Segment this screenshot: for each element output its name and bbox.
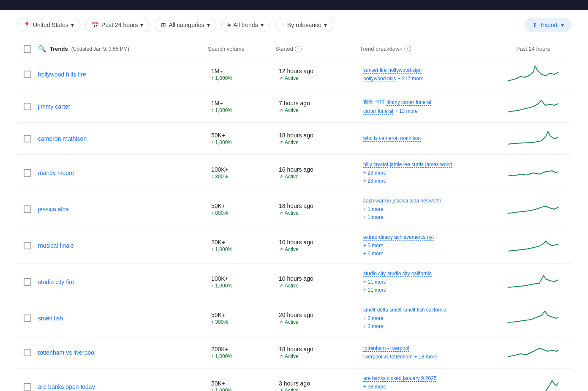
sort-icon: ≡: [281, 22, 285, 28]
active-arrow-icon: ↗: [279, 174, 283, 180]
time-filter[interactable]: 📅 Past 24 hours ▾: [85, 18, 150, 32]
started-cell: 12 hours ago↗ Active: [275, 61, 360, 88]
row-checkbox[interactable]: [24, 314, 31, 322]
more-link[interactable]: + 38 more: [363, 384, 386, 390]
active-status: Active: [285, 388, 299, 391]
chevron-down-icon: ▾: [207, 22, 210, 28]
trend-name[interactable]: jimmy carter: [38, 96, 208, 117]
breakdown-tag[interactable]: smelt fish california: [403, 307, 446, 313]
row-checkbox[interactable]: [24, 71, 31, 78]
chevron-down-icon: ▾: [71, 22, 74, 28]
more-link[interactable]: + 217 more: [397, 76, 423, 82]
select-all-checkbox[interactable]: [24, 45, 31, 53]
breakdown-tag[interactable]: jamie lee curtis: [390, 161, 424, 168]
active-arrow-icon: ↗: [279, 319, 283, 325]
trend-name[interactable]: musical finale: [38, 235, 208, 256]
trend-name[interactable]: are banks open today: [38, 377, 208, 391]
breakdown-tag[interactable]: delta smelt: [377, 307, 402, 313]
more-link[interactable]: + 28 more: [363, 170, 386, 176]
started-cell: 7 hours ago↗ Active: [275, 93, 360, 120]
sparkline-chart: [506, 308, 561, 329]
breakdown-tag[interactable]: james wood: [425, 161, 452, 168]
row-checkbox[interactable]: [24, 242, 31, 249]
chevron-down-icon: ▾: [140, 22, 143, 28]
volume-main: 50K+: [211, 202, 272, 209]
breakdown-cell: are banks closed january 9 2025+ 38 more…: [360, 369, 495, 391]
breakdown-tag[interactable]: sunset fire: [363, 67, 387, 74]
row-checkbox[interactable]: [24, 169, 31, 177]
row-checkbox[interactable]: [24, 383, 31, 391]
more-link[interactable]: + 18 more: [414, 354, 437, 360]
sort-filter[interactable]: ≡ By relevance ▾: [275, 18, 333, 32]
row-checkbox[interactable]: [24, 205, 31, 213]
more-link[interactable]: + 3 more: [363, 315, 384, 321]
breakdown-tag[interactable]: carter funeral: [363, 108, 393, 115]
volume-change: ↑ 1,000%: [211, 283, 272, 289]
row-checkbox[interactable]: [24, 135, 31, 142]
more-link[interactable]: + 28 more: [363, 178, 386, 184]
categories-filter[interactable]: ⊞ All categories ▾: [155, 18, 216, 32]
location-filter[interactable]: 📍 United States ▾: [17, 18, 80, 32]
more-link[interactable]: + 1 more: [363, 206, 384, 212]
more-link[interactable]: + 5 more: [363, 243, 384, 249]
trend-name[interactable]: jessica alba: [38, 199, 208, 219]
export-button[interactable]: ⬆ Export ▾: [525, 18, 571, 32]
breakdown-tag[interactable]: liverpool vs tottenham: [363, 354, 413, 360]
breakdown-tag[interactable]: hollywood hills: [363, 76, 396, 82]
breakdown-tags: who is cameron mathison: [363, 135, 492, 142]
breakdown-tag[interactable]: extraordinary achievements nyt: [363, 234, 434, 241]
sparkline-chart: [506, 199, 561, 220]
active-arrow-icon: ↗: [279, 139, 283, 145]
sparkline-chart: [506, 235, 561, 256]
trend-name[interactable]: smelt fish: [38, 308, 208, 328]
more-link[interactable]: + 13 more: [395, 108, 418, 114]
breakdown-tag[interactable]: jessica alba net worth: [392, 198, 441, 204]
breakdown-tags: billy crystal jamie lee curtis james woo…: [363, 161, 492, 168]
breakdown-tag[interactable]: hollywood sign: [388, 67, 422, 74]
breakdown-tag[interactable]: are banks closed january 9 2025: [363, 375, 436, 382]
breakdown-tag[interactable]: smelt: [363, 307, 376, 313]
breakdown-tag[interactable]: studio city: [363, 271, 386, 277]
active-arrow-icon: ↗: [279, 388, 283, 391]
breakdown-tag[interactable]: tottenham - liverpool: [363, 345, 409, 352]
trend-name[interactable]: mandy moore: [38, 163, 208, 183]
breakdown-info-icon[interactable]: i: [404, 46, 411, 52]
volume-main: 1M+: [211, 68, 272, 74]
trend-name[interactable]: cameron mathison: [38, 129, 208, 149]
more-link[interactable]: + 11 more: [363, 279, 386, 285]
breakdown-tag[interactable]: studio city california: [387, 271, 432, 277]
more-link[interactable]: + 11 more: [363, 287, 386, 293]
trend-name[interactable]: tottenham vs liverpool: [38, 342, 208, 363]
breakdown-tag[interactable]: who is cameron mathison: [363, 135, 421, 142]
search-volume-cell: 50K+↑ 1,000%: [208, 125, 275, 152]
active-badge: ↗ Active: [279, 353, 357, 359]
breakdown-tags: tottenham - liverpool: [363, 345, 492, 352]
row-checkbox[interactable]: [24, 349, 31, 356]
breakdown-tag[interactable]: jimmy carter funeral: [387, 99, 431, 106]
breakdown-tag[interactable]: cash warren: [363, 198, 391, 204]
breakdown-tags: extraordinary achievements nyt: [363, 234, 492, 241]
more-link[interactable]: + 1 more: [363, 214, 384, 220]
more-link[interactable]: + 5 more: [363, 251, 384, 257]
started-header: Started i: [275, 46, 360, 52]
started-info-icon[interactable]: i: [295, 46, 302, 52]
row-checkbox[interactable]: [24, 103, 31, 110]
trend-name[interactable]: studio city fire: [38, 272, 208, 292]
search-volume-cell: 20K+↑ 1,000%: [208, 232, 275, 259]
top-bar: [0, 0, 588, 10]
row-checkbox[interactable]: [24, 278, 31, 286]
breakdown-tag[interactable]: 吉米·卡特: [363, 98, 385, 106]
trend-name[interactable]: hollywood hills fire: [38, 64, 208, 85]
sort-label: By relevance: [287, 22, 321, 28]
active-badge: ↗ Active: [279, 210, 357, 216]
table-body: hollywood hills fire1M+↑ 1,000%12 hours …: [17, 58, 571, 391]
sparkline-chart: [506, 271, 561, 293]
more-link[interactable]: + 3 more: [363, 323, 384, 329]
active-badge: ↗ Active: [279, 75, 357, 81]
breakdown-cell: smelt delta smelt smelt fish california+…: [360, 300, 495, 336]
search-volume-cell: 1M+↑ 1,000%: [208, 93, 275, 120]
started-cell: 10 hours ago↗ Active: [275, 232, 360, 259]
started-cell: 16 hours ago↗ Active: [275, 159, 360, 186]
breakdown-tag[interactable]: billy crystal: [363, 161, 388, 168]
trends-filter[interactable]: # All trends ▾: [221, 18, 270, 32]
